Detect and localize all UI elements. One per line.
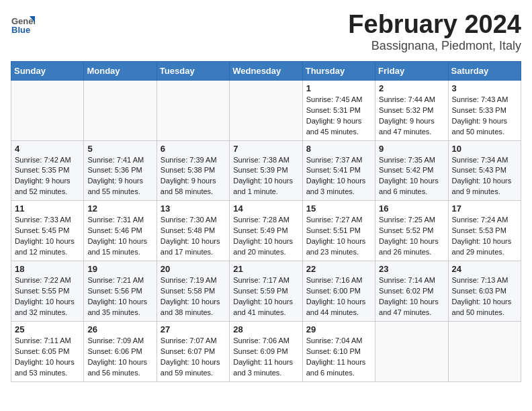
calendar-cell	[84, 80, 157, 140]
title-area: February 2024 Bassignana, Piedmont, Ital…	[348, 11, 521, 53]
calendar-cell: 28Sunrise: 7:06 AMSunset: 6:09 PMDayligh…	[230, 321, 302, 381]
day-number: 9	[379, 144, 444, 154]
day-info: Sunrise: 7:06 AMSunset: 6:09 PMDaylight:…	[233, 336, 298, 379]
calendar-cell: 8Sunrise: 7:37 AMSunset: 5:41 PMDaylight…	[302, 140, 375, 201]
calendar-cell: 3Sunrise: 7:43 AMSunset: 5:33 PMDaylight…	[448, 80, 521, 140]
svg-text:Blue: Blue	[11, 25, 30, 35]
day-number: 5	[87, 144, 152, 154]
calendar-cell: 23Sunrise: 7:14 AMSunset: 6:02 PMDayligh…	[375, 261, 448, 322]
day-number: 12	[87, 203, 152, 214]
day-header-sunday: Sunday	[11, 61, 84, 80]
calendar-cell: 29Sunrise: 7:04 AMSunset: 6:10 PMDayligh…	[302, 321, 375, 381]
calendar-cell: 6Sunrise: 7:39 AMSunset: 5:38 PMDaylight…	[157, 140, 229, 201]
day-number: 16	[379, 203, 444, 214]
calendar-cell: 22Sunrise: 7:16 AMSunset: 6:00 PMDayligh…	[302, 261, 375, 322]
calendar-cell: 27Sunrise: 7:07 AMSunset: 6:07 PMDayligh…	[157, 321, 229, 381]
day-number: 2	[379, 83, 444, 93]
calendar-cell: 14Sunrise: 7:28 AMSunset: 5:49 PMDayligh…	[230, 201, 302, 261]
day-info: Sunrise: 7:09 AMSunset: 6:06 PMDaylight:…	[87, 336, 152, 379]
day-info: Sunrise: 7:31 AMSunset: 5:46 PMDaylight:…	[87, 215, 152, 258]
day-number: 1	[306, 83, 371, 93]
day-info: Sunrise: 7:21 AMSunset: 5:56 PMDaylight:…	[87, 275, 152, 318]
calendar-cell: 20Sunrise: 7:19 AMSunset: 5:58 PMDayligh…	[157, 261, 229, 322]
calendar-cell: 16Sunrise: 7:25 AMSunset: 5:52 PMDayligh…	[375, 201, 448, 261]
day-info: Sunrise: 7:41 AMSunset: 5:36 PMDaylight:…	[87, 155, 152, 198]
day-number: 22	[306, 264, 371, 274]
logo-icon: General Blue	[11, 11, 35, 35]
week-row-4: 18Sunrise: 7:22 AMSunset: 5:55 PMDayligh…	[11, 261, 521, 322]
day-number: 3	[452, 83, 517, 93]
day-number: 13	[161, 203, 226, 214]
day-number: 8	[306, 144, 371, 154]
day-number: 29	[306, 324, 371, 334]
day-info: Sunrise: 7:37 AMSunset: 5:41 PMDaylight:…	[306, 155, 371, 198]
calendar-table: SundayMondayTuesdayWednesdayThursdayFrid…	[11, 61, 521, 382]
day-number: 11	[15, 203, 80, 214]
day-number: 18	[15, 264, 80, 274]
week-row-2: 4Sunrise: 7:42 AMSunset: 5:35 PMDaylight…	[11, 140, 521, 201]
day-info: Sunrise: 7:07 AMSunset: 6:07 PMDaylight:…	[161, 336, 226, 379]
day-info: Sunrise: 7:25 AMSunset: 5:52 PMDaylight:…	[379, 215, 444, 258]
day-info: Sunrise: 7:19 AMSunset: 5:58 PMDaylight:…	[161, 275, 226, 318]
calendar-cell: 1Sunrise: 7:45 AMSunset: 5:31 PMDaylight…	[302, 80, 375, 140]
calendar-cell: 12Sunrise: 7:31 AMSunset: 5:46 PMDayligh…	[84, 201, 157, 261]
day-info: Sunrise: 7:22 AMSunset: 5:55 PMDaylight:…	[15, 275, 80, 318]
day-info: Sunrise: 7:30 AMSunset: 5:48 PMDaylight:…	[161, 215, 226, 258]
calendar-cell: 17Sunrise: 7:24 AMSunset: 5:53 PMDayligh…	[448, 201, 521, 261]
calendar-cell	[11, 80, 84, 140]
calendar-cell: 5Sunrise: 7:41 AMSunset: 5:36 PMDaylight…	[84, 140, 157, 201]
week-row-3: 11Sunrise: 7:33 AMSunset: 5:45 PMDayligh…	[11, 201, 521, 261]
day-number: 15	[306, 203, 371, 214]
day-info: Sunrise: 7:28 AMSunset: 5:49 PMDaylight:…	[233, 215, 298, 258]
day-number: 24	[452, 264, 517, 274]
day-number: 17	[452, 203, 517, 214]
day-info: Sunrise: 7:33 AMSunset: 5:45 PMDaylight:…	[15, 215, 80, 258]
day-number: 23	[379, 264, 444, 274]
day-number: 27	[161, 324, 226, 334]
calendar-cell: 10Sunrise: 7:34 AMSunset: 5:43 PMDayligh…	[448, 140, 521, 201]
day-info: Sunrise: 7:45 AMSunset: 5:31 PMDaylight:…	[306, 95, 371, 138]
day-header-tuesday: Tuesday	[157, 61, 229, 80]
day-info: Sunrise: 7:39 AMSunset: 5:38 PMDaylight:…	[161, 155, 226, 198]
day-number: 25	[15, 324, 80, 334]
calendar-cell: 25Sunrise: 7:11 AMSunset: 6:05 PMDayligh…	[11, 321, 84, 381]
day-number: 14	[233, 203, 298, 214]
day-header-friday: Friday	[375, 61, 448, 80]
calendar-cell: 4Sunrise: 7:42 AMSunset: 5:35 PMDaylight…	[11, 140, 84, 201]
day-info: Sunrise: 7:34 AMSunset: 5:43 PMDaylight:…	[452, 155, 517, 198]
day-number: 19	[87, 264, 152, 274]
day-info: Sunrise: 7:14 AMSunset: 6:02 PMDaylight:…	[379, 275, 444, 318]
day-info: Sunrise: 7:17 AMSunset: 5:59 PMDaylight:…	[233, 275, 298, 318]
day-info: Sunrise: 7:42 AMSunset: 5:35 PMDaylight:…	[15, 155, 80, 198]
calendar-title: February 2024	[348, 11, 521, 39]
calendar-cell: 9Sunrise: 7:35 AMSunset: 5:42 PMDaylight…	[375, 140, 448, 201]
calendar-cell	[230, 80, 302, 140]
page-header: General Blue February 2024 Bassignana, P…	[11, 11, 521, 53]
day-info: Sunrise: 7:13 AMSunset: 6:03 PMDaylight:…	[452, 275, 517, 318]
day-number: 7	[233, 144, 298, 154]
week-row-1: 1Sunrise: 7:45 AMSunset: 5:31 PMDaylight…	[11, 80, 521, 140]
calendar-subtitle: Bassignana, Piedmont, Italy	[348, 39, 521, 53]
calendar-cell: 7Sunrise: 7:38 AMSunset: 5:39 PMDaylight…	[230, 140, 302, 201]
calendar-cell: 11Sunrise: 7:33 AMSunset: 5:45 PMDayligh…	[11, 201, 84, 261]
calendar-cell: 21Sunrise: 7:17 AMSunset: 5:59 PMDayligh…	[230, 261, 302, 322]
day-header-monday: Monday	[84, 61, 157, 80]
day-number: 6	[161, 144, 226, 154]
day-number: 20	[161, 264, 226, 274]
day-number: 21	[233, 264, 298, 274]
day-number: 10	[452, 144, 517, 154]
day-info: Sunrise: 7:04 AMSunset: 6:10 PMDaylight:…	[306, 336, 371, 379]
calendar-cell	[157, 80, 229, 140]
day-info: Sunrise: 7:27 AMSunset: 5:51 PMDaylight:…	[306, 215, 371, 258]
calendar-cell: 2Sunrise: 7:44 AMSunset: 5:32 PMDaylight…	[375, 80, 448, 140]
day-number: 28	[233, 324, 298, 334]
logo: General Blue	[11, 11, 38, 35]
day-header-saturday: Saturday	[448, 61, 521, 80]
calendar-cell	[448, 321, 521, 381]
calendar-header-row: SundayMondayTuesdayWednesdayThursdayFrid…	[11, 61, 521, 80]
week-row-5: 25Sunrise: 7:11 AMSunset: 6:05 PMDayligh…	[11, 321, 521, 381]
day-header-wednesday: Wednesday	[230, 61, 302, 80]
calendar-cell	[375, 321, 448, 381]
day-header-thursday: Thursday	[302, 61, 375, 80]
calendar-cell: 19Sunrise: 7:21 AMSunset: 5:56 PMDayligh…	[84, 261, 157, 322]
